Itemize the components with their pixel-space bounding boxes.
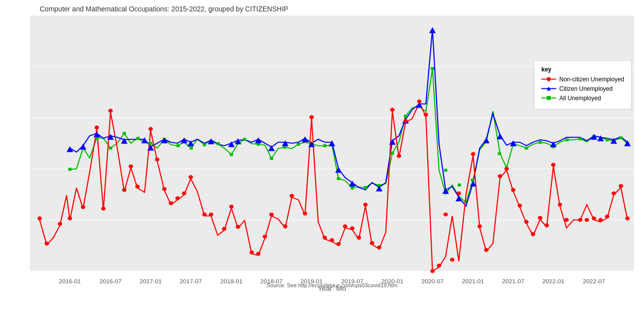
svg-point-155 xyxy=(444,212,448,216)
svg-rect-60 xyxy=(498,152,501,155)
svg-text:2022-01: 2022-01 xyxy=(542,279,565,284)
svg-point-110 xyxy=(58,222,62,226)
chart-area: 0 - 1 - 2 - 3 - 4 - 5 - 2016-01 2016-07 … xyxy=(30,15,634,291)
svg-rect-31 xyxy=(109,147,112,150)
svg-rect-40 xyxy=(230,153,233,156)
svg-point-181 xyxy=(547,77,551,81)
svg-point-162 xyxy=(505,167,509,171)
legend-item-citizen: Citizen Unemployed xyxy=(541,85,624,92)
svg-point-153 xyxy=(430,269,435,273)
svg-point-127 xyxy=(209,212,213,216)
svg-point-141 xyxy=(336,242,341,246)
svg-rect-48 xyxy=(337,177,340,180)
legend-item-all: All Unemployed xyxy=(541,95,624,102)
svg-point-138 xyxy=(310,115,314,119)
svg-point-145 xyxy=(363,203,368,207)
svg-rect-63 xyxy=(538,141,542,144)
svg-rect-39 xyxy=(216,142,220,145)
svg-point-148 xyxy=(390,108,394,112)
svg-point-114 xyxy=(101,207,106,211)
svg-rect-53 xyxy=(404,115,407,118)
svg-point-126 xyxy=(202,212,207,216)
noncitizen-label: Non-citizen Unemployed xyxy=(559,76,624,83)
svg-point-144 xyxy=(357,236,361,240)
svg-point-175 xyxy=(598,218,603,222)
svg-point-130 xyxy=(236,225,240,229)
svg-point-134 xyxy=(269,212,274,216)
svg-text:2021-01: 2021-01 xyxy=(462,279,484,284)
svg-rect-32 xyxy=(123,132,126,135)
svg-point-166 xyxy=(531,232,535,236)
svg-point-113 xyxy=(95,126,99,129)
svg-rect-37 xyxy=(190,147,193,150)
svg-rect-43 xyxy=(270,157,273,160)
svg-rect-52 xyxy=(390,152,394,155)
svg-point-173 xyxy=(584,218,589,222)
svg-rect-47 xyxy=(323,144,326,147)
svg-point-135 xyxy=(283,224,287,228)
chart-container: Computer and Mathematical Occupations: 2… xyxy=(0,0,644,320)
svg-point-178 xyxy=(619,184,623,188)
svg-text:2022-07: 2022-07 xyxy=(583,279,605,284)
svg-rect-33 xyxy=(136,137,140,140)
svg-point-112 xyxy=(81,205,85,209)
svg-rect-66 xyxy=(579,137,582,140)
svg-rect-38 xyxy=(203,143,206,146)
source-text: Source: See http://econdataus.com/cps03c… xyxy=(266,282,397,288)
svg-point-143 xyxy=(350,226,355,230)
svg-point-170 xyxy=(558,203,562,207)
svg-rect-34 xyxy=(149,142,152,145)
svg-text:2021-07: 2021-07 xyxy=(502,279,524,284)
svg-point-108 xyxy=(38,216,42,220)
legend-title: key xyxy=(541,66,624,73)
svg-rect-45 xyxy=(297,143,300,146)
svg-rect-57 xyxy=(458,184,461,187)
svg-point-165 xyxy=(524,220,529,224)
svg-rect-56 xyxy=(444,169,448,172)
svg-point-109 xyxy=(45,242,49,246)
svg-point-163 xyxy=(511,188,515,192)
svg-rect-58 xyxy=(471,179,474,182)
svg-rect-41 xyxy=(243,138,247,141)
svg-point-152 xyxy=(424,113,428,117)
svg-rect-36 xyxy=(177,144,180,147)
svg-point-164 xyxy=(517,204,522,208)
svg-point-123 xyxy=(175,196,180,200)
svg-point-132 xyxy=(256,252,260,256)
svg-rect-62 xyxy=(525,147,528,150)
svg-point-140 xyxy=(330,238,334,242)
svg-text:2016-07: 2016-07 xyxy=(99,279,122,284)
svg-point-161 xyxy=(498,174,502,178)
svg-point-139 xyxy=(322,236,327,240)
legend-item-noncitizen: Non-citizen Unemployed xyxy=(541,76,624,83)
svg-point-158 xyxy=(471,152,475,156)
svg-point-137 xyxy=(303,211,307,215)
svg-point-160 xyxy=(484,248,489,252)
svg-point-176 xyxy=(605,214,609,218)
svg-rect-55 xyxy=(431,67,434,70)
svg-point-146 xyxy=(370,241,374,245)
svg-point-133 xyxy=(262,235,267,239)
svg-point-131 xyxy=(250,251,254,255)
svg-point-167 xyxy=(538,216,542,220)
svg-text:2018-01: 2018-01 xyxy=(220,279,243,284)
svg-rect-68 xyxy=(605,138,609,141)
svg-point-177 xyxy=(612,192,616,195)
svg-point-142 xyxy=(343,224,347,228)
svg-point-169 xyxy=(551,163,556,167)
svg-point-168 xyxy=(545,223,549,227)
svg-point-118 xyxy=(135,185,140,189)
all-label: All Unemployed xyxy=(559,95,601,102)
svg-rect-65 xyxy=(566,138,569,141)
svg-point-119 xyxy=(148,127,153,131)
svg-rect-50 xyxy=(364,186,367,189)
svg-rect-29 xyxy=(68,168,72,171)
svg-point-129 xyxy=(229,205,234,209)
svg-rect-185 xyxy=(547,96,551,100)
svg-point-179 xyxy=(625,216,630,220)
svg-point-157 xyxy=(456,192,461,195)
svg-point-147 xyxy=(377,246,382,250)
svg-point-124 xyxy=(182,192,187,195)
svg-point-116 xyxy=(122,188,127,192)
svg-point-122 xyxy=(169,201,173,205)
